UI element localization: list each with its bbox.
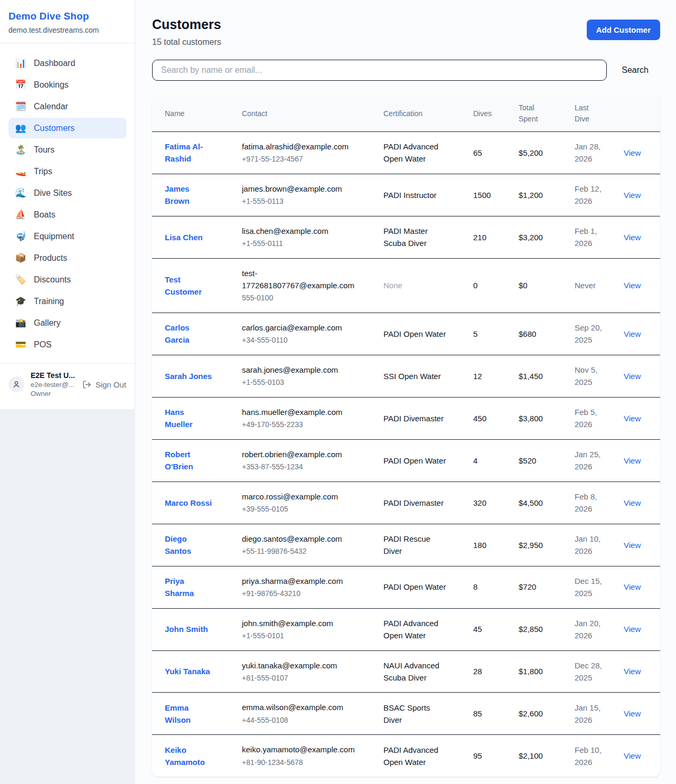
sidebar-item-label: Dashboard xyxy=(34,59,75,68)
dives-cell: 28 xyxy=(461,650,506,693)
customer-count: 15 total customers xyxy=(152,37,221,47)
column-header-certification: Certification xyxy=(371,96,461,132)
sidebar-item-training[interactable]: 🎓Training xyxy=(8,291,126,311)
view-link[interactable]: View xyxy=(624,751,641,760)
customer-name-cell: Yuki Tanaka xyxy=(152,650,229,693)
sidebar-item-bookings[interactable]: 📅Bookings xyxy=(8,74,126,95)
sidebar-item-label: Boats xyxy=(34,210,55,220)
customer-name-link[interactable]: Lisa Chen xyxy=(165,233,203,242)
customer-name-cell: Hans Mueller xyxy=(152,397,229,439)
actions-cell: View xyxy=(611,355,660,397)
actions-cell: View xyxy=(611,481,660,524)
customer-email: lisa.chen@example.com xyxy=(242,225,365,237)
sidebar-item-tours[interactable]: 🏝️Tours xyxy=(8,139,126,160)
customer-name-link[interactable]: Yuki Tanaka xyxy=(165,667,210,676)
sidebar-item-pos[interactable]: 💳POS xyxy=(8,334,126,355)
table-header-row: NameContactCertificationDivesTotal Spent… xyxy=(152,96,660,132)
credit-card-icon: 💳 xyxy=(15,339,26,350)
sidebar-item-label: Products xyxy=(34,253,67,263)
customer-name-link[interactable]: Marco Rossi xyxy=(165,498,212,507)
sidebar-nav: 📊Dashboard📅Bookings🗓️Calendar👥Customers🏝… xyxy=(0,43,135,363)
column-header-contact: Contact xyxy=(229,96,371,132)
customer-name-link[interactable]: Test Customer xyxy=(165,275,202,296)
search-input[interactable] xyxy=(152,60,607,81)
sidebar-item-dashboard[interactable]: 📊Dashboard xyxy=(8,53,126,73)
customer-phone: +34-555-0110 xyxy=(242,335,365,346)
sidebar-item-products[interactable]: 📦Products xyxy=(8,248,126,268)
customer-name-link[interactable]: Diego Santos xyxy=(165,534,191,555)
bar-chart-icon: 📊 xyxy=(15,58,26,69)
sign-out-button[interactable]: Sign Out xyxy=(82,380,126,389)
customer-email: james.brown@example.com xyxy=(242,183,365,195)
view-link[interactable]: View xyxy=(624,456,641,465)
customer-email: test-1772681807767@example.com xyxy=(242,267,365,292)
customer-name-link[interactable]: Hans Mueller xyxy=(165,408,193,429)
table-row: Lisa Chenlisa.chen@example.com+1-555-011… xyxy=(152,216,660,258)
total-spent-cell: $4,500 xyxy=(506,481,562,524)
actions-cell: View xyxy=(611,608,660,650)
certification-cell: SSI Open Water xyxy=(371,355,461,397)
calendar-icon: 📅 xyxy=(15,79,26,90)
view-link[interactable]: View xyxy=(624,582,641,591)
customer-name-link[interactable]: John Smith xyxy=(165,625,208,634)
customer-contact-cell: emma.wilson@example.com+44-555-0108 xyxy=(229,693,371,735)
sidebar-item-trips[interactable]: 🚤Trips xyxy=(8,161,126,182)
customer-name-link[interactable]: Sarah Jones xyxy=(165,372,212,381)
main-content: Customers 15 total customers Add Custome… xyxy=(135,0,676,784)
sidebar-item-equipment[interactable]: 🤿Equipment xyxy=(8,226,126,247)
sidebar-item-gallery[interactable]: 📸Gallery xyxy=(8,313,126,333)
certification-cell: PADI Instructor xyxy=(371,174,461,216)
certification-cell: PADI Open Water xyxy=(371,313,461,355)
camera-icon: 📸 xyxy=(15,317,26,328)
view-link[interactable]: View xyxy=(624,498,641,507)
customer-name-link[interactable]: Keiko Yamamoto xyxy=(165,745,205,767)
sidebar-item-discounts[interactable]: 🏷️Discounts xyxy=(8,269,126,290)
add-customer-button[interactable]: Add Customer xyxy=(587,20,660,40)
customer-name-link[interactable]: Fatima Al-Rashid xyxy=(165,142,203,163)
customer-phone: +39-555-0105 xyxy=(242,504,365,515)
certification-cell: PADI Advanced Open Water xyxy=(371,608,461,650)
customer-name-link[interactable]: Robert O'Brien xyxy=(165,450,193,471)
view-link[interactable]: View xyxy=(624,148,641,157)
customer-name-link[interactable]: Priya Sharma xyxy=(165,577,194,598)
person-icon xyxy=(12,380,21,389)
customer-email: keiko.yamamoto@example.com xyxy=(242,743,365,755)
column-header-last_dive: Last Dive xyxy=(562,96,611,132)
certification-cell: PADI Rescue Diver xyxy=(371,524,461,566)
customer-phone: +81-90-1234-5678 xyxy=(242,757,365,769)
shop-title: Demo Dive Shop xyxy=(8,11,126,22)
view-link[interactable]: View xyxy=(624,233,641,242)
view-link[interactable]: View xyxy=(624,191,641,200)
customer-contact-cell: james.brown@example.com+1-555-0113 xyxy=(229,174,371,216)
certification-cell: None xyxy=(371,258,461,313)
dives-cell: 4 xyxy=(461,439,506,481)
view-link[interactable]: View xyxy=(624,709,641,718)
view-link[interactable]: View xyxy=(624,541,641,550)
certification-cell: PADI Master Scuba Diver xyxy=(371,216,461,258)
customer-name-link[interactable]: Carlos Garcia xyxy=(165,323,190,344)
view-link[interactable]: View xyxy=(624,414,641,423)
customer-name-link[interactable]: James Brown xyxy=(165,184,190,205)
sidebar-item-dive-sites[interactable]: 🌊Dive Sites xyxy=(8,183,126,203)
customer-contact-cell: hans.mueller@example.com+49-170-555-2233 xyxy=(229,397,371,439)
view-link[interactable]: View xyxy=(624,329,641,338)
view-link[interactable]: View xyxy=(624,625,641,634)
last-dive-cell: Feb 1, 2026 xyxy=(562,216,611,258)
sidebar-item-customers[interactable]: 👥Customers xyxy=(8,118,126,138)
total-spent-cell: $0 xyxy=(506,258,562,313)
search-button[interactable]: Search xyxy=(607,65,660,75)
view-link[interactable]: View xyxy=(624,281,641,290)
view-link[interactable]: View xyxy=(624,667,641,676)
customer-contact-cell: yuki.tanaka@example.com+81-555-0107 xyxy=(229,650,371,693)
view-link[interactable]: View xyxy=(624,372,641,381)
customer-name-cell: Lisa Chen xyxy=(152,216,229,258)
sidebar-item-boats[interactable]: ⛵Boats xyxy=(8,204,126,225)
certification-cell: PADI Divemaster xyxy=(371,481,461,524)
total-spent-cell: $1,200 xyxy=(506,174,562,216)
dives-cell: 1500 xyxy=(461,174,506,216)
dives-cell: 45 xyxy=(461,608,506,650)
graduation-cap-icon: 🎓 xyxy=(15,296,26,307)
customer-contact-cell: test-1772681807767@example.com555-0100 xyxy=(229,258,371,313)
sidebar-item-calendar[interactable]: 🗓️Calendar xyxy=(8,96,126,117)
customer-name-link[interactable]: Emma Wilson xyxy=(165,703,191,724)
